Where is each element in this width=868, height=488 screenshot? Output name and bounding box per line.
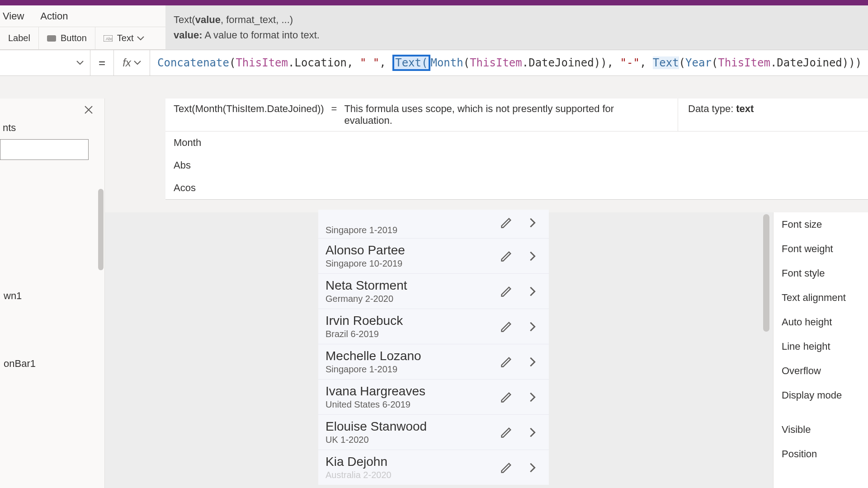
app-title-bar [0,0,868,5]
gallery-item[interactable]: Kia DejohnAustralia 2-2020 [318,450,549,485]
svg-rect-0 [47,35,56,42]
chevron-right-icon[interactable] [526,391,539,404]
property-row[interactable]: Visible [774,418,868,442]
gallery-item[interactable]: Elouise StanwoodUK 1-2020 [318,415,549,450]
chevron-right-icon[interactable] [526,216,539,229]
canvas-area: Megan KohmanSingapore 1-2019Alonso Parte… [105,212,868,488]
edit-icon[interactable] [500,426,513,439]
gallery-item-subtitle: Brazil 6-2019 [326,329,500,339]
insert-button-button[interactable]: Button [39,27,95,49]
property-row[interactable]: Font style [774,261,868,286]
gallery-item[interactable]: Mechelle LozanoSingapore 1-2019 [318,344,549,380]
insert-label-button[interactable]: Label [0,27,39,49]
tree-subheader: nts [0,118,104,139]
insert-text-button[interactable]: Abc Text [95,27,153,49]
text-icon: Abc [104,34,113,42]
selected-token: Text( [392,55,430,71]
edit-icon[interactable] [500,356,513,368]
insert-label-text: Label [8,33,30,43]
formula-hint: Text(value, format_text, ...) value: A v… [165,5,868,50]
chevron-down-icon [134,61,141,65]
property-row[interactable]: Overflow [774,359,868,383]
edit-icon[interactable] [500,216,513,229]
edit-icon[interactable] [500,391,513,404]
property-row[interactable]: Auto height [774,310,868,334]
gallery-item[interactable]: Neta StormentGermany 2-2020 [318,274,549,309]
property-row[interactable]: Line height [774,334,868,359]
gallery-item-subtitle: Australia 2-2020 [326,470,500,480]
gallery-item-name: Neta Storment [326,278,500,293]
chevron-down-icon [137,36,144,41]
gallery-item-name: Ivana Hargreaves [326,384,500,399]
gallery-item-name: Mechelle Lozano [326,349,500,363]
hint-signature: Text(value, format_text, ...) [174,14,860,26]
gallery-item-name: Kia Dejohn [326,455,500,469]
fx-button[interactable]: fx [114,50,150,75]
gallery-item-subtitle: Singapore 10-2019 [326,258,500,269]
chevron-right-icon[interactable] [526,285,539,298]
svg-text:Abc: Abc [106,37,113,41]
gallery-item-name: Alonso Partee [326,243,500,258]
scrollbar-thumb[interactable] [763,214,769,332]
edit-icon[interactable] [500,461,513,474]
chevron-right-icon[interactable] [526,356,539,368]
tree-view-panel: nts wn1 onBar1 [0,99,105,488]
menu-action[interactable]: Action [32,5,76,28]
tree-node[interactable]: wn1 [0,285,104,307]
formula-eval: Text(Month(ThisItem.DateJoined)) = This … [165,99,678,131]
gallery-item-subtitle: Germany 2-2020 [326,294,500,304]
insert-text-text: Text [117,33,134,43]
scrollbar-thumb[interactable] [98,189,104,270]
gallery-item-name: Elouise Stanwood [326,419,500,434]
properties-panel: Font sizeFont weightFont styleText align… [773,212,868,488]
suggestion-item[interactable]: Month [165,131,868,154]
chevron-right-icon[interactable] [526,426,539,439]
edit-icon[interactable] [500,285,513,298]
gallery-control[interactable]: Megan KohmanSingapore 1-2019Alonso Parte… [318,210,549,485]
close-icon[interactable] [84,105,94,115]
data-type-label: Data type:text [678,99,868,131]
property-row[interactable]: Text alignment [774,286,868,310]
hint-description: value: A value to format into text. [174,29,860,41]
gallery-item-subtitle: Singapore 1-2019 [326,364,500,375]
edit-icon[interactable] [500,320,513,333]
insert-button-text: Button [61,33,87,43]
property-selector[interactable] [0,50,90,75]
property-row[interactable]: Font size [774,212,868,237]
property-row[interactable]: Font weight [774,237,868,261]
chevron-right-icon[interactable] [526,461,539,474]
tree-search-input[interactable] [0,139,89,160]
tree-node[interactable]: onBar1 [0,352,104,375]
gallery-item-subtitle: Singapore 1-2019 [326,225,500,235]
formula-bar: = fx Concatenate(ThisItem.Location, " ",… [0,50,868,76]
property-row[interactable]: Position [774,442,868,466]
chevron-right-icon[interactable] [526,320,539,333]
suggestion-item[interactable]: Acos [165,177,868,199]
equals-label: = [90,50,114,75]
menu-view[interactable]: View [0,5,32,28]
property-row[interactable]: Display mode [774,383,868,408]
gallery-item[interactable]: Alonso ParteeSingapore 10-2019 [318,239,549,274]
intellisense-panel: Text(Month(ThisItem.DateJoined)) = This … [165,99,868,200]
gallery-item[interactable]: Ivana HargreavesUnited States 6-2019 [318,380,549,415]
gallery-item[interactable]: Irvin RoebuckBrazil 6-2019 [318,309,549,344]
button-icon [47,34,56,42]
gallery-item-subtitle: UK 1-2020 [326,435,500,445]
gallery-scrollbar[interactable] [763,212,769,488]
gallery-item-subtitle: United States 6-2019 [326,399,500,410]
edit-icon[interactable] [500,250,513,263]
formula-input[interactable]: Concatenate(ThisItem.Location, " ", Text… [150,56,868,69]
chevron-down-icon [76,61,84,65]
gallery-item-name: Irvin Roebuck [326,314,500,328]
chevron-right-icon[interactable] [526,250,539,263]
gallery-item[interactable]: Megan KohmanSingapore 1-2019 [318,210,549,239]
suggestion-item[interactable]: Abs [165,154,868,177]
